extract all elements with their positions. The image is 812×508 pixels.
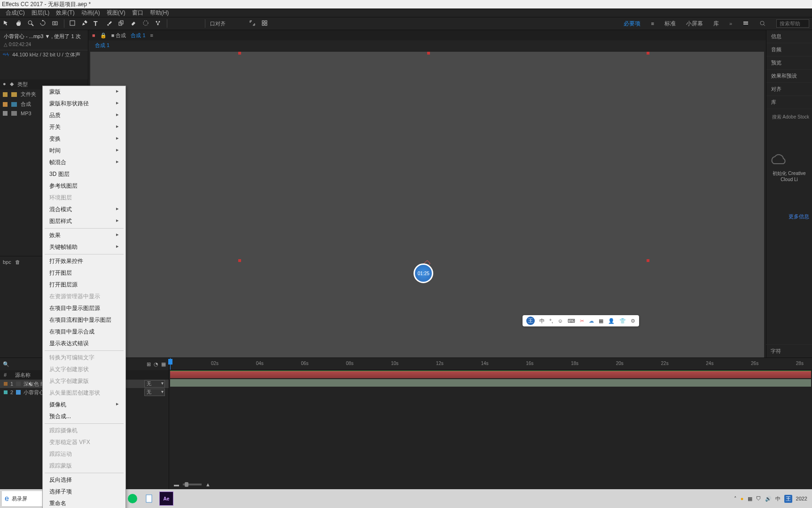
clone-tool-icon[interactable]: [118, 20, 125, 27]
context-menu-item[interactable]: 选择子项: [43, 486, 125, 498]
ime-logo-icon[interactable]: 王: [526, 317, 535, 325]
search-icon[interactable]: [759, 20, 766, 27]
grid-icon[interactable]: [261, 20, 269, 27]
ime-cloud-icon[interactable]: ☁: [589, 318, 594, 324]
context-menu-item[interactable]: 帧混合▸: [43, 157, 125, 168]
bbox-handle[interactable]: [238, 52, 241, 55]
shape-tool-icon[interactable]: [69, 20, 77, 27]
workspace-tab-small[interactable]: 小屏幕: [686, 20, 703, 28]
file-icon[interactable]: [142, 492, 156, 506]
rotate-tool-icon[interactable]: [39, 20, 47, 27]
label-column-icon[interactable]: ●: [3, 81, 6, 88]
context-menu-item[interactable]: 参考线图层: [43, 180, 125, 192]
playhead[interactable]: [170, 358, 171, 370]
type-column-icon[interactable]: ◆: [10, 81, 14, 88]
context-menu-item[interactable]: 在项目中显示图层源: [43, 302, 125, 314]
bpc-button[interactable]: bpc: [3, 259, 11, 265]
panel-align[interactable]: 对齐: [766, 83, 812, 96]
expand-icon[interactable]: [249, 20, 257, 27]
bbox-handle[interactable]: [647, 52, 649, 55]
trash-icon[interactable]: 🗑: [15, 259, 20, 265]
pen-tool-icon[interactable]: [81, 20, 89, 27]
layer-clip[interactable]: [170, 379, 811, 387]
context-menu-item[interactable]: 打开图层源: [43, 279, 125, 291]
workspace-more-icon[interactable]: »: [729, 21, 732, 26]
hand-tool-icon[interactable]: [15, 20, 23, 27]
ime-skin-icon[interactable]: 👕: [619, 318, 626, 324]
context-menu-item[interactable]: 3D 图层: [43, 168, 125, 180]
context-menu-item[interactable]: 预合成...: [43, 411, 125, 422]
ime-scissors-icon[interactable]: ✂: [580, 318, 584, 324]
tray-icon[interactable]: ●: [741, 496, 744, 501]
menu-layer[interactable]: 图层(L): [31, 8, 50, 17]
comp-tab-active[interactable]: 合成 1: [131, 32, 145, 39]
panel-lock-icon[interactable]: 🔒: [100, 32, 107, 39]
blend-mode-dropdown[interactable]: 无: [144, 380, 165, 388]
context-menu-item[interactable]: 摄像机▸: [43, 399, 125, 411]
selection-tool-icon[interactable]: [3, 20, 10, 27]
zoom-out-icon[interactable]: ▬: [174, 482, 179, 487]
context-menu-item[interactable]: 打开图层: [43, 267, 125, 279]
tray-ime-logo[interactable]: 王: [784, 495, 792, 503]
camera-tool-icon[interactable]: [52, 20, 59, 27]
ime-keyboard-icon[interactable]: ⌨: [568, 318, 575, 324]
brush-tool-icon[interactable]: [106, 20, 113, 27]
menu-comp[interactable]: 合成(C): [6, 8, 25, 17]
context-menu-item[interactable]: 时间▸: [43, 145, 125, 157]
panel-effects-presets[interactable]: 效果和预设: [766, 70, 812, 83]
ime-settings-icon[interactable]: ⚙: [631, 318, 635, 324]
ime-grid-icon[interactable]: ▦: [599, 318, 603, 324]
workspace-tab-library[interactable]: 库: [713, 20, 719, 28]
comp-breadcrumb[interactable]: 合成 1: [95, 42, 109, 49]
panel-audio[interactable]: 音频: [766, 43, 812, 56]
tray-icon[interactable]: ▦: [748, 496, 752, 502]
context-menu-item[interactable]: 在项目中显示合成: [43, 326, 125, 338]
roto-tool-icon[interactable]: [142, 20, 150, 27]
tray-icon[interactable]: ⛉: [756, 496, 761, 501]
menu-help[interactable]: 帮助(H): [150, 8, 169, 17]
panel-menu-icon[interactable]: [742, 20, 749, 27]
menu-window[interactable]: 窗口: [132, 8, 143, 17]
ime-toolbar[interactable]: 王 中 °, ☺ ⌨ ✂ ☁ ▦ 👤 👕 ⚙: [523, 315, 639, 326]
context-menu-item[interactable]: 混合模式▸: [43, 204, 125, 215]
puppet-tool-icon[interactable]: [155, 20, 162, 27]
zoom-tool-icon[interactable]: [27, 20, 35, 27]
context-menu-item[interactable]: 开关▸: [43, 121, 125, 133]
context-menu-item[interactable]: 图层样式▸: [43, 215, 125, 227]
context-menu-item[interactable]: 显示表达式错误: [43, 338, 125, 349]
tab-menu-icon[interactable]: ≡: [150, 32, 153, 38]
timeline-track[interactable]: [169, 370, 812, 379]
adobe-stock-search[interactable]: 搜索 Adobe Stock: [766, 109, 812, 125]
bbox-handle[interactable]: [238, 259, 241, 262]
ime-emoji-icon[interactable]: ☺: [558, 318, 563, 324]
timeline-toggle-icon[interactable]: ⊞: [147, 361, 151, 367]
context-menu-item[interactable]: 变换▸: [43, 133, 125, 145]
panel-character[interactable]: 字符: [766, 344, 812, 357]
context-menu-item[interactable]: 关键帧辅助▸: [43, 241, 125, 253]
source-name-column[interactable]: 源名称: [15, 372, 31, 379]
panel-library[interactable]: 库: [766, 96, 812, 109]
context-menu-item[interactable]: 反向选择: [43, 474, 125, 486]
blend-mode-dropdown[interactable]: 无: [144, 389, 165, 396]
search-help-input[interactable]: [776, 19, 809, 28]
context-menu-item[interactable]: 蒙版和形状路径▸: [43, 98, 125, 110]
workspace-menu-icon[interactable]: ≡: [651, 21, 654, 26]
timeline-toggle-icon[interactable]: ◔: [154, 361, 158, 367]
menu-view[interactable]: 视图(V): [107, 8, 125, 17]
ime-user-icon[interactable]: 👤: [608, 318, 615, 324]
menu-effect[interactable]: 效果(T): [56, 8, 74, 17]
cc-more-link[interactable]: 更多信息: [766, 210, 812, 223]
timeline-toggle-icon[interactable]: ▦: [161, 361, 166, 367]
text-tool-icon[interactable]: T: [94, 20, 101, 27]
timeline-ruler[interactable]: 02s 04s 06s 08s 10s 12s 14s 16s 18s 20s …: [169, 358, 812, 370]
context-menu-item[interactable]: 重命名: [43, 498, 125, 508]
menu-anim[interactable]: 动画(A): [81, 8, 100, 17]
context-menu-item[interactable]: 打开效果控件: [43, 255, 125, 267]
zoom-slider[interactable]: [183, 484, 202, 485]
context-menu-item[interactable]: 品质▸: [43, 110, 125, 121]
layer-clip[interactable]: [170, 371, 811, 378]
bbox-handle[interactable]: [427, 52, 430, 55]
tray-date[interactable]: 2022: [796, 496, 807, 501]
ime-punct-icon[interactable]: °,: [549, 318, 553, 324]
tray-volume-icon[interactable]: 🔊: [765, 496, 772, 502]
